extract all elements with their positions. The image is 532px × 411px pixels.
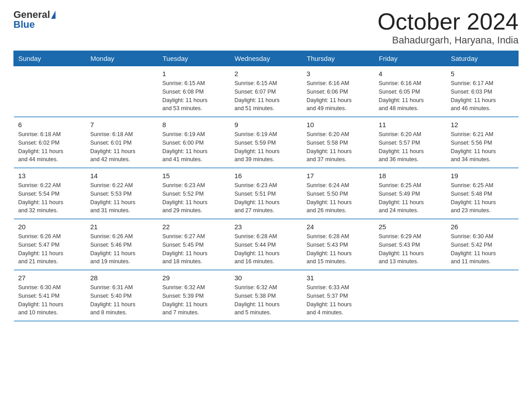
calendar-cell: 30Sunrise: 6:32 AMSunset: 5:38 PMDayligh… [230,270,302,321]
calendar-header: SundayMondayTuesdayWednesdayThursdayFrid… [14,51,519,66]
day-number: 5 [451,70,514,77]
day-detail: Sunrise: 6:28 AMSunset: 5:43 PMDaylight:… [307,232,370,266]
calendar-cell: 15Sunrise: 6:23 AMSunset: 5:52 PMDayligh… [158,168,230,219]
day-number: 9 [235,121,298,128]
day-number: 31 [307,274,370,282]
calendar-cell: 21Sunrise: 6:26 AMSunset: 5:46 PMDayligh… [86,219,158,270]
day-number: 4 [379,70,442,77]
day-number: 11 [379,121,442,128]
calendar-cell: 26Sunrise: 6:30 AMSunset: 5:42 PMDayligh… [446,219,519,270]
calendar-cell: 31Sunrise: 6:33 AMSunset: 5:37 PMDayligh… [302,270,374,321]
day-detail: Sunrise: 6:20 AMSunset: 5:58 PMDaylight:… [307,130,370,164]
calendar-cell: 18Sunrise: 6:25 AMSunset: 5:49 PMDayligh… [374,168,446,219]
day-detail: Sunrise: 6:25 AMSunset: 5:49 PMDaylight:… [379,181,442,215]
calendar-cell: 9Sunrise: 6:19 AMSunset: 5:59 PMDaylight… [230,117,302,168]
calendar-cell: 24Sunrise: 6:28 AMSunset: 5:43 PMDayligh… [302,219,374,270]
day-detail: Sunrise: 6:19 AMSunset: 5:59 PMDaylight:… [235,130,298,164]
day-number: 7 [90,121,154,128]
day-number: 17 [307,172,370,180]
calendar-cell: 29Sunrise: 6:32 AMSunset: 5:39 PMDayligh… [158,270,230,321]
logo: General Blue [13,9,56,30]
day-number: 19 [451,172,514,180]
location-subtitle: Bahadurgarh, Haryana, India [378,34,519,46]
day-detail: Sunrise: 6:18 AMSunset: 6:01 PMDaylight:… [90,130,154,164]
day-number: 26 [451,223,514,231]
day-detail: Sunrise: 6:22 AMSunset: 5:54 PMDaylight:… [18,181,82,215]
day-detail: Sunrise: 6:27 AMSunset: 5:45 PMDaylight:… [163,232,226,266]
calendar-cell: 4Sunrise: 6:16 AMSunset: 6:05 PMDaylight… [374,66,446,117]
day-detail: Sunrise: 6:16 AMSunset: 6:06 PMDaylight:… [307,79,370,113]
day-detail: Sunrise: 6:22 AMSunset: 5:53 PMDaylight:… [90,181,154,215]
day-number: 25 [379,223,442,231]
calendar-week-row: 1Sunrise: 6:15 AMSunset: 6:08 PMDaylight… [14,66,519,117]
day-number: 23 [235,223,298,231]
calendar-week-row: 6Sunrise: 6:18 AMSunset: 6:02 PMDaylight… [14,117,519,168]
day-detail: Sunrise: 6:26 AMSunset: 5:46 PMDaylight:… [90,232,154,266]
calendar-week-row: 27Sunrise: 6:30 AMSunset: 5:41 PMDayligh… [14,270,519,321]
calendar-cell: 13Sunrise: 6:22 AMSunset: 5:54 PMDayligh… [14,168,86,219]
day-detail: Sunrise: 6:33 AMSunset: 5:37 PMDaylight:… [307,283,370,317]
day-detail: Sunrise: 6:29 AMSunset: 5:43 PMDaylight:… [379,232,442,266]
day-detail: Sunrise: 6:15 AMSunset: 6:07 PMDaylight:… [235,79,298,113]
page-header: General Blue October 2024 Bahadurgarh, H… [13,9,519,46]
calendar-cell [86,66,158,117]
day-detail: Sunrise: 6:18 AMSunset: 6:02 PMDaylight:… [18,130,82,164]
day-number: 15 [163,172,226,180]
month-title: October 2024 [378,9,519,34]
day-number: 13 [18,172,82,180]
day-detail: Sunrise: 6:24 AMSunset: 5:50 PMDaylight:… [307,181,370,215]
calendar-week-row: 20Sunrise: 6:26 AMSunset: 5:47 PMDayligh… [14,219,519,270]
day-number: 14 [90,172,154,180]
calendar-cell: 10Sunrise: 6:20 AMSunset: 5:58 PMDayligh… [302,117,374,168]
day-number: 18 [379,172,442,180]
day-number: 8 [163,121,226,128]
calendar-cell: 2Sunrise: 6:15 AMSunset: 6:07 PMDaylight… [230,66,302,117]
calendar-cell: 5Sunrise: 6:17 AMSunset: 6:03 PMDaylight… [446,66,519,117]
day-number: 21 [90,223,154,231]
day-number: 6 [18,121,82,128]
calendar-day-header: Wednesday [230,51,302,66]
calendar-day-header: Sunday [14,51,86,66]
day-detail: Sunrise: 6:26 AMSunset: 5:47 PMDaylight:… [18,232,82,266]
calendar-cell: 1Sunrise: 6:15 AMSunset: 6:08 PMDaylight… [158,66,230,117]
calendar-cell [446,270,519,321]
calendar-cell: 11Sunrise: 6:20 AMSunset: 5:57 PMDayligh… [374,117,446,168]
day-detail: Sunrise: 6:30 AMSunset: 5:41 PMDaylight:… [18,283,82,317]
day-detail: Sunrise: 6:32 AMSunset: 5:38 PMDaylight:… [235,283,298,317]
calendar-day-header: Saturday [446,51,519,66]
title-section: October 2024 Bahadurgarh, Haryana, India [378,9,519,46]
day-detail: Sunrise: 6:31 AMSunset: 5:40 PMDaylight:… [90,283,154,317]
calendar-cell: 16Sunrise: 6:23 AMSunset: 5:51 PMDayligh… [230,168,302,219]
day-number: 29 [163,274,226,282]
calendar-cell: 28Sunrise: 6:31 AMSunset: 5:40 PMDayligh… [86,270,158,321]
calendar-day-header: Monday [86,51,158,66]
day-number: 10 [307,121,370,128]
day-number: 30 [235,274,298,282]
calendar-cell [374,270,446,321]
calendar-cell [14,66,86,117]
day-number: 2 [235,70,298,77]
day-number: 27 [18,274,82,282]
day-detail: Sunrise: 6:21 AMSunset: 5:56 PMDaylight:… [451,130,514,164]
logo-blue-text: Blue [13,19,56,30]
calendar-cell: 22Sunrise: 6:27 AMSunset: 5:45 PMDayligh… [158,219,230,270]
calendar-day-header: Friday [374,51,446,66]
calendar-cell: 14Sunrise: 6:22 AMSunset: 5:53 PMDayligh… [86,168,158,219]
calendar-week-row: 13Sunrise: 6:22 AMSunset: 5:54 PMDayligh… [14,168,519,219]
calendar-cell: 17Sunrise: 6:24 AMSunset: 5:50 PMDayligh… [302,168,374,219]
calendar-cell: 6Sunrise: 6:18 AMSunset: 6:02 PMDaylight… [14,117,86,168]
day-number: 1 [163,70,226,77]
calendar-day-header: Tuesday [158,51,230,66]
calendar-cell: 23Sunrise: 6:28 AMSunset: 5:44 PMDayligh… [230,219,302,270]
day-detail: Sunrise: 6:23 AMSunset: 5:52 PMDaylight:… [163,181,226,215]
day-number: 12 [451,121,514,128]
day-number: 20 [18,223,82,231]
calendar-header-row: SundayMondayTuesdayWednesdayThursdayFrid… [14,51,519,66]
day-number: 28 [90,274,154,282]
calendar-cell: 27Sunrise: 6:30 AMSunset: 5:41 PMDayligh… [14,270,86,321]
day-number: 24 [307,223,370,231]
calendar-table: SundayMondayTuesdayWednesdayThursdayFrid… [13,51,519,321]
day-detail: Sunrise: 6:16 AMSunset: 6:05 PMDaylight:… [379,79,442,113]
day-detail: Sunrise: 6:32 AMSunset: 5:39 PMDaylight:… [163,283,226,317]
day-detail: Sunrise: 6:23 AMSunset: 5:51 PMDaylight:… [235,181,298,215]
